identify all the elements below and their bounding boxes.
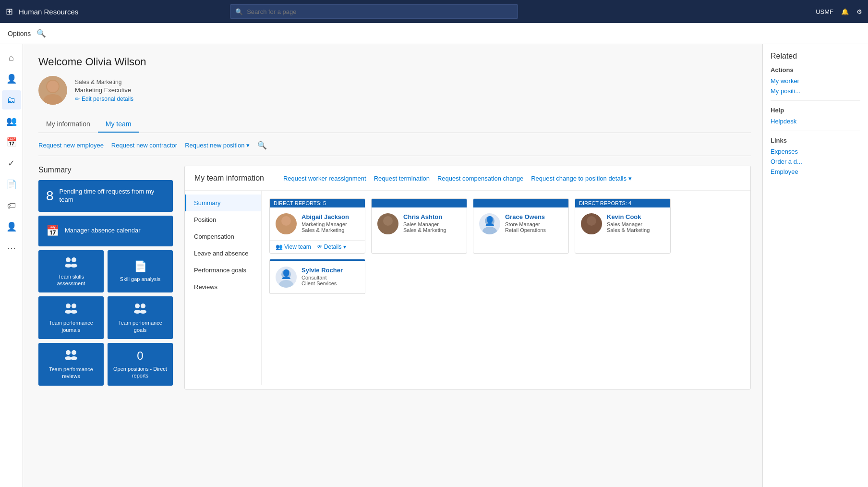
- team-perf-goals-icon: [133, 302, 147, 317]
- worker-card-chris: Chris Ashton Sales Manager Sales & Marke…: [371, 198, 467, 254]
- view-team-link-abigail[interactable]: 👥 View team: [276, 244, 311, 250]
- sidebar-icon-people[interactable]: 👤: [2, 217, 21, 236]
- worker-name-chris: Chris Ashton: [403, 213, 446, 220]
- open-positions-label: Open positions - Direct reports: [113, 365, 167, 379]
- svg-point-4: [72, 257, 76, 262]
- sidebar-item-position[interactable]: Position: [185, 211, 261, 228]
- request-worker-reassignment-link[interactable]: Request worker reassignment: [283, 175, 366, 182]
- sidebar-icon-person[interactable]: 👤: [2, 69, 21, 88]
- actions-section-title: Actions: [771, 66, 860, 73]
- skill-gap-tile[interactable]: 📄 Skill gap analysis: [108, 250, 173, 293]
- right-divider-1: [771, 100, 860, 101]
- worker-info-abigail: Abigail Jackson Marketing Manager Sales …: [301, 213, 349, 233]
- sidebar-icon-more[interactable]: ⋯: [2, 238, 21, 257]
- svg-point-19: [281, 216, 291, 226]
- svg-text:👤: 👤: [484, 216, 495, 226]
- open-positions-tile[interactable]: 0 Open positions - Direct reports: [108, 343, 173, 386]
- worker-name-abigail: Abigail Jackson: [301, 213, 349, 220]
- app-title: Human Resources: [19, 8, 78, 16]
- sidebar-item-compensation[interactable]: Compensation: [185, 228, 261, 245]
- tab-my-information[interactable]: My information: [38, 116, 98, 133]
- help-section-title: Help: [771, 107, 860, 114]
- sidebar-icon-calendar[interactable]: 📅: [2, 133, 21, 152]
- request-new-employee-link[interactable]: Request new employee: [38, 142, 104, 149]
- sidebar-item-reviews[interactable]: Reviews: [185, 279, 261, 295]
- settings-icon[interactable]: ⚙: [856, 8, 862, 15]
- pending-time-off-tile[interactable]: 8 Pending time off requests from my team: [38, 180, 173, 212]
- sidebar-icon-team[interactable]: 👥: [2, 111, 21, 131]
- team-content: Summary Position Compensation Leave and …: [185, 191, 750, 385]
- direct-reports-label-abigail: DIRECT REPORTS: 5: [274, 200, 326, 206]
- search-box[interactable]: 🔍: [230, 4, 518, 19]
- request-termination-link[interactable]: Request termination: [374, 175, 430, 182]
- svg-point-12: [141, 304, 145, 308]
- worker-card-sylvie: 👤 Sylvie Rocher Consultant Client Servic…: [269, 259, 365, 294]
- second-bar: Options 🔍: [0, 23, 868, 44]
- team-perf-reviews-tile[interactable]: Team performance reviews: [38, 343, 104, 386]
- direct-reports-label-chris: [375, 200, 377, 206]
- avatar-abigail: [276, 213, 297, 234]
- sidebar-icon-hr[interactable]: 🗂: [2, 90, 21, 110]
- workers-grid: DIRECT REPORTS: 5 Abigail Jackson Market…: [269, 198, 743, 294]
- direct-reports-label-grace: [477, 200, 479, 206]
- notification-icon[interactable]: 🔔: [841, 8, 849, 15]
- action-bar: Request new employee Request new contrac…: [38, 141, 751, 156]
- worker-name-sylvie: Sylvie Rocher: [301, 267, 343, 274]
- request-change-position-link[interactable]: Request change to position details ▾: [531, 175, 631, 182]
- team-info-header: My team information Request worker reass…: [185, 166, 750, 191]
- search-input[interactable]: [247, 8, 513, 15]
- worker-card-header-abigail: DIRECT REPORTS: 5: [270, 199, 365, 207]
- svg-point-8: [72, 304, 76, 308]
- expenses-link[interactable]: Expenses: [771, 148, 860, 155]
- top-nav: ⊞ Human Resources 🔍 USMF 🔔 ⚙: [0, 0, 868, 23]
- request-compensation-change-link[interactable]: Request compensation change: [437, 175, 523, 182]
- sidebar-item-summary[interactable]: Summary: [185, 195, 261, 211]
- order-link[interactable]: Order a d...: [771, 158, 860, 165]
- helpdesk-link[interactable]: Helpdesk: [771, 118, 860, 125]
- workers-area: DIRECT REPORTS: 5 Abigail Jackson Market…: [262, 191, 750, 385]
- user-code[interactable]: USMF: [816, 8, 833, 15]
- sidebar-icon-home[interactable]: ⌂: [2, 48, 21, 67]
- welcome-title: Welcome Olivia Wilson: [38, 56, 751, 68]
- team-perf-reviews-icon: [64, 349, 78, 363]
- svg-point-16: [72, 350, 76, 355]
- sidebar-icon-check[interactable]: ✓: [2, 154, 21, 173]
- team-perf-journals-label: Team performance journals: [44, 319, 98, 333]
- second-bar-search-icon[interactable]: 🔍: [36, 29, 46, 38]
- worker-dept-kevin: Sales & Marketing: [607, 227, 650, 233]
- svg-point-11: [135, 304, 140, 308]
- sidebar-item-leave-absence[interactable]: Leave and absence: [185, 245, 261, 262]
- team-perf-journals-tile[interactable]: Team performance journals: [38, 296, 104, 339]
- svg-point-3: [66, 257, 71, 262]
- my-position-link[interactable]: My positi...: [771, 87, 860, 95]
- request-new-position-link[interactable]: Request new position ▾: [185, 142, 250, 149]
- summary-title: Summary: [38, 166, 173, 174]
- details-link-abigail[interactable]: 👁 Details ▾: [317, 244, 346, 250]
- my-worker-link[interactable]: My worker: [771, 77, 860, 85]
- tab-my-team[interactable]: My team: [98, 116, 139, 133]
- avatar-image: [38, 76, 67, 105]
- sidebar-item-performance-goals[interactable]: Performance goals: [185, 262, 261, 279]
- grid-icon[interactable]: ⊞: [6, 6, 13, 17]
- team-skills-tile[interactable]: Team skills assessment: [38, 250, 104, 293]
- worker-name-grace: Grace Owens: [505, 213, 546, 220]
- svg-point-20: [279, 227, 293, 234]
- edit-personal-details-link[interactable]: ✏ Edit personal details: [75, 96, 133, 102]
- skill-gap-label: Skill gap analysis: [120, 276, 160, 282]
- sidebar-icon-badge[interactable]: 🏷: [2, 196, 21, 215]
- manager-absence-tile[interactable]: 📅 Manager absence calendar: [38, 216, 173, 246]
- worker-title-kevin: Sales Manager: [607, 221, 650, 227]
- sidebar-icon-docs[interactable]: 📄: [2, 175, 21, 194]
- options-label: Options: [8, 30, 31, 37]
- links-section-title: Links: [771, 137, 860, 144]
- svg-point-15: [66, 350, 71, 355]
- open-positions-count: 0: [137, 349, 143, 363]
- worker-info-sylvie: Sylvie Rocher Consultant Client Services: [301, 267, 343, 286]
- request-new-contractor-link[interactable]: Request new contractor: [111, 142, 177, 149]
- svg-point-17: [65, 356, 72, 360]
- chevron-down-icon-2: ▾: [628, 175, 632, 182]
- action-bar-search-icon[interactable]: 🔍: [257, 141, 267, 150]
- employee-link[interactable]: Employee: [771, 168, 860, 175]
- team-perf-goals-tile[interactable]: Team performance goals: [108, 296, 173, 339]
- tile-row-2: Team performance journals Team performan…: [38, 296, 173, 339]
